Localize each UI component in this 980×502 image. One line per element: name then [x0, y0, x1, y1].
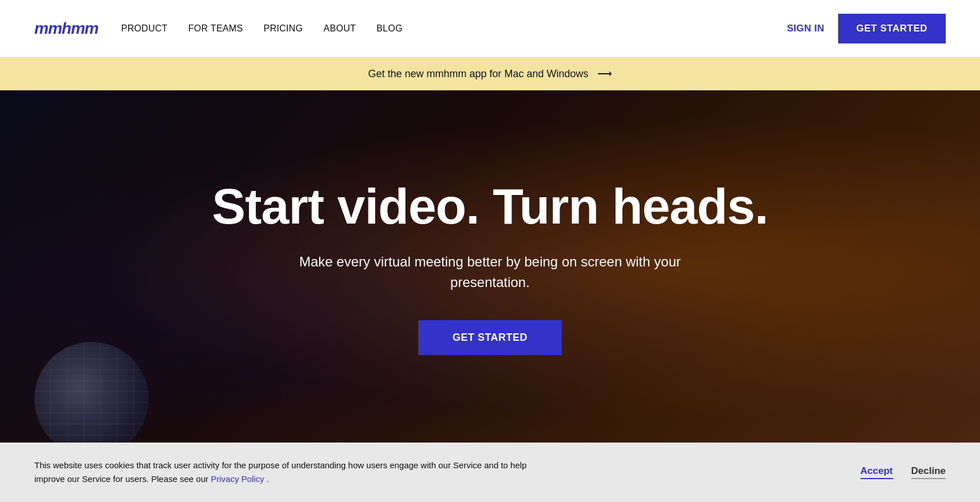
cookie-text-end: .: [267, 474, 269, 484]
hero-section: Start video. Turn heads. Make every virt…: [0, 90, 980, 445]
hero-subtitle: Make every virtual meeting better by bei…: [289, 252, 690, 293]
nav-link-for-teams[interactable]: FOR TEAMS: [188, 23, 243, 33]
nav-link-about[interactable]: ABOUT: [323, 23, 356, 33]
cookie-text-content: This website uses cookies that track use…: [34, 460, 526, 484]
cookie-banner: This website uses cookies that track use…: [0, 443, 980, 502]
nav-item-pricing[interactable]: PRICING: [264, 23, 303, 34]
decline-button[interactable]: Decline: [911, 465, 946, 479]
hero-cta-button[interactable]: GET STARTED: [418, 320, 562, 355]
nav-item-blog[interactable]: BLOG: [376, 23, 403, 34]
hero-title: Start video. Turn heads.: [212, 180, 768, 233]
sign-in-button[interactable]: SIGN IN: [787, 23, 824, 34]
accept-button[interactable]: Accept: [860, 465, 893, 479]
logo[interactable]: mmhmm: [34, 19, 98, 38]
navbar-left: mmhmm PRODUCT FOR TEAMS PRICING ABOUT BL…: [34, 19, 403, 38]
nav-item-for-teams[interactable]: FOR TEAMS: [188, 23, 243, 34]
get-started-button-nav[interactable]: GET STARTED: [838, 14, 946, 43]
nav-link-product[interactable]: PRODUCT: [121, 23, 168, 33]
announcement-banner[interactable]: Get the new mmhmm app for Mac and Window…: [0, 57, 980, 90]
announcement-arrow: ⟶: [597, 68, 612, 79]
cookie-buttons: Accept Decline: [860, 465, 946, 479]
nav-links: PRODUCT FOR TEAMS PRICING ABOUT BLOG: [121, 23, 403, 34]
hero-globe-decoration: [34, 342, 149, 445]
nav-link-pricing[interactable]: PRICING: [264, 23, 303, 33]
navbar: mmhmm PRODUCT FOR TEAMS PRICING ABOUT BL…: [0, 0, 980, 57]
nav-item-product[interactable]: PRODUCT: [121, 23, 168, 34]
nav-item-about[interactable]: ABOUT: [323, 23, 356, 34]
privacy-policy-link[interactable]: Privacy Policy: [211, 474, 264, 484]
cookie-text: This website uses cookies that track use…: [34, 459, 549, 486]
navbar-right: SIGN IN GET STARTED: [787, 14, 946, 43]
announcement-text: Get the new mmhmm app for Mac and Window…: [368, 68, 612, 79]
hero-content: Start video. Turn heads. Make every virt…: [189, 180, 791, 354]
nav-link-blog[interactable]: BLOG: [376, 23, 403, 33]
